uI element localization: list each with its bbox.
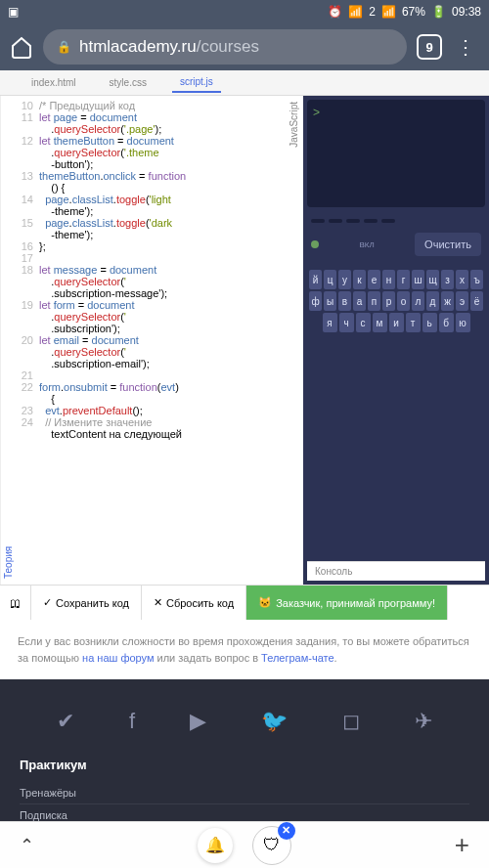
browser-menu-icon[interactable]: ⋮ xyxy=(452,35,479,59)
key-ю[interactable]: ю xyxy=(456,313,470,332)
expand-icon[interactable]: ⌃ xyxy=(20,835,34,856)
url-host: htmlacademy.ru xyxy=(79,37,197,57)
key-я[interactable]: я xyxy=(323,313,337,332)
add-button[interactable]: + xyxy=(455,830,469,860)
key-ь[interactable]: ь xyxy=(422,313,437,332)
footer-title: Практикум xyxy=(20,758,469,772)
key-к[interactable]: к xyxy=(353,270,366,289)
key-в[interactable]: в xyxy=(338,291,351,311)
lock-icon: 🔒 xyxy=(57,40,71,54)
tab-index[interactable]: index.html xyxy=(23,73,84,92)
sidebar-theory[interactable]: Теория xyxy=(0,96,16,585)
key-у[interactable]: у xyxy=(338,270,351,289)
submit-button[interactable]: 🐱 Заказчик, принимай программу! xyxy=(246,586,448,620)
status-text: ВКЛ xyxy=(359,240,374,249)
footer-link[interactable]: Тренажёры xyxy=(20,782,469,804)
key-ц[interactable]: ц xyxy=(324,270,336,289)
close-badge-icon[interactable]: ✕ xyxy=(278,822,295,840)
tab-script[interactable]: script.js xyxy=(172,72,221,93)
workspace: Теория 10/* Предыдущий код11let page = d… xyxy=(0,96,489,585)
browser-toolbar: 🔒 htmlacademy.ru/courses 9 ⋮ xyxy=(0,23,489,70)
key-ж[interactable]: ж xyxy=(441,291,454,311)
key-м[interactable]: м xyxy=(373,313,387,332)
key-н[interactable]: н xyxy=(382,270,395,289)
key-щ[interactable]: щ xyxy=(426,270,439,289)
key-э[interactable]: э xyxy=(456,291,468,311)
tab-count[interactable]: 9 xyxy=(417,34,442,60)
sidebar-js[interactable]: JavaScript xyxy=(287,96,301,153)
youtube-icon[interactable]: ▶ xyxy=(190,709,206,734)
editor-tabstrip: index.html style.css script.js xyxy=(0,70,489,96)
key-ф[interactable]: ф xyxy=(309,291,322,311)
clock: 09:38 xyxy=(452,5,481,19)
screenshot-icon: ▣ xyxy=(8,5,19,19)
key-о[interactable]: о xyxy=(397,291,410,311)
key-с[interactable]: с xyxy=(356,313,371,332)
wifi-icon: 📶 xyxy=(348,5,363,19)
virtual-keyboard: йцукенгшщзхъфывапролджэёячсмитьбю xyxy=(307,266,485,338)
help-text: Если у вас возникли сложности во время п… xyxy=(0,620,489,679)
vk-icon[interactable]: ✔ xyxy=(57,709,74,734)
shield-button[interactable]: 🛡 ✕ xyxy=(252,826,291,865)
key-ш[interactable]: ш xyxy=(412,270,424,289)
preview-pane: > ВКЛ Очистить йцукенгшщзхъфывапролджэёя… xyxy=(303,96,489,585)
key-х[interactable]: х xyxy=(456,270,468,289)
action-bar: 🕮 ✓ Сохранить код ✕ Сбросить код 🐱 Заказ… xyxy=(0,585,489,620)
key-й[interactable]: й xyxy=(309,270,322,289)
telegram-icon[interactable]: ✈ xyxy=(415,709,432,734)
notification-bell[interactable]: 🔔 xyxy=(198,828,233,863)
key-т[interactable]: т xyxy=(406,313,421,332)
instagram-icon[interactable]: ◻ xyxy=(342,709,360,734)
clear-button[interactable]: Очистить xyxy=(415,233,481,256)
key-ч[interactable]: ч xyxy=(339,313,354,332)
key-а[interactable]: а xyxy=(353,291,366,311)
key-з[interactable]: з xyxy=(441,270,454,289)
key-п[interactable]: п xyxy=(368,291,380,311)
bookmark-button[interactable]: 🕮 xyxy=(0,586,31,620)
key-б[interactable]: б xyxy=(439,313,454,332)
signal-icon: 📶 xyxy=(381,5,396,19)
url-path: /courses xyxy=(197,37,259,57)
android-statusbar: ▣ ⏰ 📶 2 📶 67% 🔋 09:38 xyxy=(0,0,489,23)
home-icon[interactable] xyxy=(10,35,33,59)
console-output[interactable]: > xyxy=(307,100,485,207)
key-р[interactable]: р xyxy=(382,291,395,311)
key-д[interactable]: д xyxy=(426,291,439,311)
status-dot xyxy=(311,240,319,248)
alarm-icon: ⏰ xyxy=(328,5,342,19)
key-и[interactable]: и xyxy=(389,313,404,332)
social-icons: ✔ f ▶ 🐦 ◻ ✈ xyxy=(0,699,489,758)
dash-indicators xyxy=(307,219,485,223)
key-е[interactable]: е xyxy=(368,270,380,289)
key-г[interactable]: г xyxy=(397,270,410,289)
url-bar[interactable]: 🔒 htmlacademy.ru/courses xyxy=(43,29,407,65)
battery-icon: 🔋 xyxy=(431,5,446,19)
telegram-link[interactable]: Телеграм-чате xyxy=(261,652,334,664)
key-ъ[interactable]: ъ xyxy=(470,270,483,289)
key-ы[interactable]: ы xyxy=(324,291,336,311)
battery-percent: 67% xyxy=(402,5,425,19)
sim-indicator: 2 xyxy=(369,5,376,19)
tab-style[interactable]: style.css xyxy=(102,73,155,92)
code-editor[interactable]: 10/* Предыдущий код11let page = document… xyxy=(16,96,303,585)
save-button[interactable]: ✓ Сохранить код xyxy=(31,586,142,620)
bottom-nav: ⌃ 🔔 🛡 ✕ + xyxy=(0,821,489,868)
key-л[interactable]: л xyxy=(412,291,424,311)
forum-link[interactable]: на наш форум xyxy=(82,652,154,664)
facebook-icon[interactable]: f xyxy=(129,709,135,734)
console-label[interactable]: Консоль xyxy=(307,561,485,581)
reset-button[interactable]: ✕ Сбросить код xyxy=(142,586,246,620)
twitter-icon[interactable]: 🐦 xyxy=(261,709,288,734)
key-ё[interactable]: ё xyxy=(470,291,483,311)
